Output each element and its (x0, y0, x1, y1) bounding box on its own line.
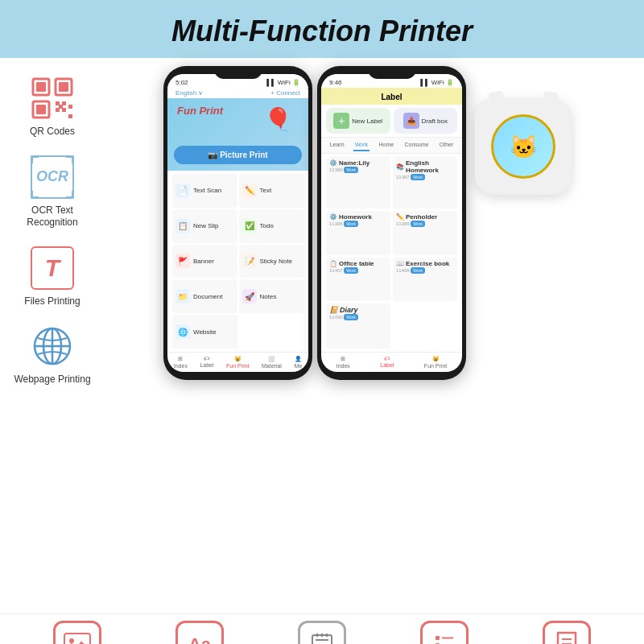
bottom-feature-lists: Lists (400, 621, 489, 644)
phone-2-time: 9:46 (329, 79, 342, 86)
banner-icon: 🚩 (175, 254, 190, 268)
tab-work[interactable]: Work (353, 139, 369, 151)
nav-me[interactable]: 👤Me (294, 356, 302, 369)
label-meta-5: 11408 Work (396, 268, 454, 273)
label-title-0: ⚙️ Name:Lily (329, 159, 387, 167)
todo-label: Todo (260, 222, 274, 229)
ocr-label: OCR Text Recognition (8, 204, 97, 229)
label-meta-2: 11398 Work (329, 221, 387, 226)
draft-box-text: Draft box (422, 118, 448, 125)
labels-icon (543, 621, 591, 644)
ocr-text: OCR (36, 168, 68, 185)
notes-icon: 🚀 (242, 289, 257, 303)
banner-label: Banner (193, 258, 214, 265)
notes-bottom-icon (298, 621, 346, 644)
text-label: Text (260, 187, 272, 194)
p2-nav-index[interactable]: ⊞Index (336, 356, 350, 369)
new-label-button[interactable]: + New Label (326, 108, 390, 134)
phone-1-nav: English ∨ + Connect (167, 88, 308, 98)
phones-area: 5:02 ▌▌ WiFi 🔋 English ∨ + Connect Fun P… (103, 66, 636, 605)
nav-fun-print[interactable]: 😸Fun Print (226, 356, 249, 369)
phone-2-actions: + New Label 📥 Draft box (321, 105, 462, 137)
website-icon: 🌐 (175, 324, 190, 339)
phone-1-menu: 📄 Text Scan ✏️ Text 📋 New Slip ✅ Todo (167, 171, 308, 352)
label-title-3: ✏️ Penholder (396, 213, 454, 221)
svg-rect-11 (68, 105, 72, 109)
nav-label[interactable]: 🏷Label (200, 356, 213, 369)
menu-document[interactable]: 📁 Document (172, 279, 237, 313)
label-item-5[interactable]: 📖 Exercise book 11408 Work (393, 258, 457, 302)
label-item-2[interactable]: ⚙️ Homework 11398 Work (326, 211, 390, 255)
menu-text-scan[interactable]: 📄 Text Scan (172, 174, 237, 208)
menu-new-slip[interactable]: 📋 New Slip (172, 209, 237, 243)
label-item-0[interactable]: ⚙️ Name:Lily 11396 Work (326, 157, 390, 208)
bottom-feature-labels: Labels (522, 621, 611, 644)
menu-website[interactable]: 🌐 Website (172, 315, 237, 349)
new-label-icon: + (333, 113, 349, 129)
pictures-icon (53, 621, 101, 644)
label-item-1[interactable]: 📚 English Homework 11397 Work (393, 157, 457, 208)
phone-1-connect[interactable]: + Connect (270, 89, 300, 97)
label-title-5: 📖 Exercise book (396, 260, 454, 267)
bottom-features: Pictures Aa Text Notes (0, 613, 644, 644)
phone-1-screen: 5:02 ▌▌ WiFi 🔋 English ∨ + Connect Fun P… (167, 74, 308, 372)
menu-banner[interactable]: 🚩 Banner (172, 245, 237, 279)
ocr-icon: OCR (28, 153, 76, 201)
bottom-feature-notes: Notes (278, 621, 366, 644)
p2-nav-fun-print[interactable]: 😸Fun Print (424, 356, 447, 369)
document-label: Document (193, 293, 222, 300)
svg-rect-12 (68, 114, 72, 118)
bottom-feature-text: Aa Text (155, 621, 244, 644)
lists-icon (420, 621, 469, 644)
tab-learn[interactable]: Learn (328, 139, 346, 151)
phone-1-hero-text: Fun Print (177, 105, 223, 117)
label-item-3[interactable]: ✏️ Penholder 11399 Work (393, 211, 457, 255)
menu-notes[interactable]: 🚀 Notes (239, 279, 304, 313)
document-icon: 📁 (175, 289, 190, 303)
phone-1: 5:02 ▌▌ WiFi 🔋 English ∨ + Connect Fun P… (163, 66, 312, 380)
cat-ear-right (541, 91, 558, 109)
tab-home[interactable]: Home (377, 139, 395, 151)
picture-print-button[interactable]: 📷 Picture Print (174, 146, 302, 164)
draft-box-icon: 📥 (403, 113, 419, 129)
label-meta-3: 11399 Work (396, 221, 454, 226)
menu-todo[interactable]: ✅ Todo (239, 209, 304, 243)
p2-nav-label[interactable]: 🏷Label (380, 356, 394, 369)
text-bottom-icon: Aa (175, 621, 224, 644)
nav-material[interactable]: ⬜Material (262, 356, 282, 369)
new-slip-label: New Slip (193, 222, 219, 229)
menu-text[interactable]: ✏️ Text (239, 174, 304, 208)
sticky-note-icon: 📝 (242, 254, 257, 268)
cat-face-icon: 🐱 (510, 134, 538, 160)
cat-ear-left (488, 91, 505, 109)
printer-inner: 🐱 (491, 114, 555, 179)
label-title-2: ⚙️ Homework (329, 213, 387, 221)
svg-rect-17 (64, 634, 90, 644)
svg-rect-1 (36, 82, 46, 92)
phone-1-language[interactable]: English ∨ (175, 89, 203, 97)
tab-consume[interactable]: Consume (402, 139, 430, 151)
feature-ocr: OCR OCR Text Recognition (8, 153, 97, 229)
menu-sticky-note[interactable]: 📝 Sticky Note (239, 245, 304, 279)
globe-icon (28, 322, 76, 370)
feature-files: T Files Printing (24, 244, 80, 308)
phone-1-hero: Fun Print 🎈 🚲 📷 Picture Print (167, 98, 308, 171)
text-scan-icon: 📄 (175, 184, 190, 198)
svg-rect-10 (59, 105, 63, 109)
phone-2-signal: ▌▌ WiFi 🔋 (420, 79, 454, 86)
todo-icon: ✅ (242, 219, 257, 233)
label-title-6: 📔 Diary (329, 306, 387, 314)
tab-other[interactable]: Other (438, 139, 456, 151)
svg-point-18 (69, 638, 74, 643)
main-content: QR Codes OCR OCR Text Recognition T (0, 58, 644, 613)
draft-box-button[interactable]: 📥 Draft box (394, 108, 458, 134)
label-item-4[interactable]: 📋 Office table 11407 Work (326, 258, 390, 302)
bottom-feature-pictures: Pictures (33, 621, 122, 644)
label-header-title: Label (381, 93, 402, 101)
nav-index[interactable]: ⊞Index (174, 356, 188, 369)
printer-device: 🐱 (475, 98, 572, 195)
label-item-6[interactable]: 📔 Diary 11430 Work (326, 303, 390, 349)
new-slip-icon: 📋 (175, 219, 190, 233)
label-meta-1: 11397 Work (396, 175, 454, 180)
website-label: Website (193, 328, 217, 336)
